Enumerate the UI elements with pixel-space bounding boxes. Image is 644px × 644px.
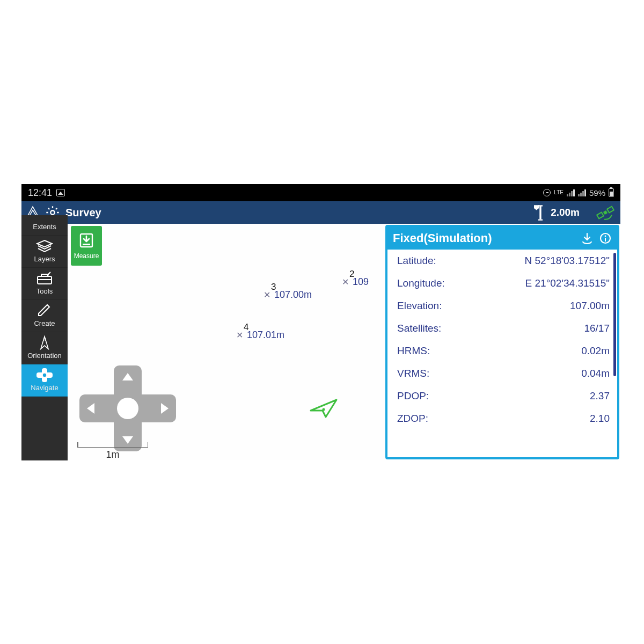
info-row-pdop: PDOP: 2.37	[387, 385, 617, 407]
info-row-latitude: Latitude: N 52°18'03.17512"	[387, 250, 617, 272]
sidebar-item-layers[interactable]: Layers	[21, 236, 68, 268]
info-key: ZDOP:	[397, 413, 428, 425]
pole-height-icon[interactable]	[531, 204, 545, 221]
status-time: 12:41	[28, 187, 52, 199]
info-value: 2.37	[590, 390, 610, 402]
info-scrollbar[interactable]	[613, 253, 616, 376]
info-value: 107.00m	[570, 300, 610, 312]
map-point-4[interactable]: 4 ✕ 107.01m	[244, 322, 248, 333]
svg-point-12	[43, 374, 46, 377]
info-row-vrms: VRMS: 0.04m	[387, 362, 617, 385]
map-point-2[interactable]: 2 ✕ 109	[349, 269, 354, 280]
svg-rect-6	[607, 207, 614, 213]
point-marker-icon: ✕	[264, 290, 270, 300]
satellite-icon[interactable]	[595, 203, 616, 222]
info-key: PDOP:	[397, 390, 429, 402]
info-key: Latitude:	[397, 255, 436, 267]
svg-rect-1	[539, 206, 541, 219]
measure-button[interactable]: Measure	[71, 226, 102, 266]
point-marker-icon: ✕	[342, 277, 349, 287]
scale-label: 1m	[77, 449, 148, 460]
map-point-3[interactable]: 3 ✕ 107.00m	[271, 282, 276, 292]
svg-point-0	[50, 210, 54, 214]
sidebar-item-orientation[interactable]: N Orientation	[21, 332, 68, 364]
pole-height-value: 2.00m	[551, 207, 580, 218]
signal-icon	[567, 189, 575, 196]
measure-label: Measure	[74, 252, 99, 260]
info-panel-body[interactable]: Latitude: N 52°18'03.17512" Longitude: E…	[387, 250, 617, 457]
point-marker-icon: ✕	[236, 330, 243, 340]
sidebar: Extents Layers Tools Create N Orientatio…	[21, 215, 68, 460]
point-elevation: 109	[353, 276, 369, 288]
picture-icon	[56, 189, 65, 196]
app-title-bar: Survey 2.00m	[21, 201, 620, 224]
sidebar-item-create[interactable]: Create	[21, 300, 68, 332]
pencil-icon	[35, 303, 54, 318]
info-value: 0.04m	[581, 368, 610, 379]
compass-icon: N	[35, 335, 54, 350]
info-key: Satellites:	[397, 323, 441, 334]
dpad-left-button[interactable]	[87, 403, 94, 414]
sidebar-item-tools[interactable]: Tools	[21, 268, 68, 300]
scale-bar: 1m	[77, 444, 148, 459]
dpad-up-button[interactable]	[122, 373, 133, 380]
navigate-icon	[35, 368, 54, 383]
info-value: 0.02m	[581, 345, 610, 357]
signal-icon-2	[578, 189, 586, 196]
sidebar-label-create: Create	[34, 319, 55, 327]
sidebar-label-extents: Extents	[33, 223, 56, 231]
info-row-hrms: HRMS: 0.02m	[387, 340, 617, 362]
dpad-center-button[interactable]	[117, 398, 138, 419]
alarm-icon	[543, 189, 551, 196]
sidebar-label-orientation: Orientation	[27, 352, 62, 360]
layers-icon	[35, 239, 54, 254]
info-row-longitude: Longitude: E 21°02'34.31515"	[387, 272, 617, 295]
status-battery-pct: 59%	[589, 188, 605, 197]
info-icon[interactable]	[599, 232, 612, 245]
navigate-dpad	[79, 365, 176, 451]
dpad-down-button[interactable]	[122, 436, 133, 444]
svg-rect-14	[83, 244, 90, 245]
page-title: Survey	[65, 207, 101, 219]
svg-rect-18	[605, 238, 606, 241]
download-icon[interactable]	[581, 232, 594, 245]
info-key: HRMS:	[397, 345, 430, 357]
measure-icon	[78, 232, 95, 249]
svg-point-15	[323, 408, 325, 411]
android-status-bar: 12:41 LTE 59%	[21, 184, 620, 201]
info-value: E 21°02'34.31515"	[525, 277, 610, 289]
info-key: Elevation:	[397, 300, 442, 312]
app-stage: 12:41 LTE 59% Survey 2.00m	[21, 184, 620, 460]
svg-rect-5	[597, 213, 604, 219]
dpad-right-button[interactable]	[161, 403, 169, 414]
info-key: Longitude:	[397, 277, 445, 289]
toolbox-icon	[35, 271, 54, 286]
solution-status: Fixed(Simulation)	[393, 231, 575, 245]
svg-point-17	[605, 236, 606, 237]
svg-rect-3	[538, 205, 543, 206]
svg-rect-4	[603, 210, 608, 215]
position-cursor-icon	[308, 394, 340, 421]
info-value: 2.10	[590, 413, 610, 425]
info-row-satellites: Satellites: 16/17	[387, 317, 617, 340]
info-row-zdop: ZDOP: 2.10	[387, 407, 617, 430]
svg-rect-2	[538, 219, 543, 221]
point-elevation: 107.00m	[274, 289, 312, 301]
battery-icon	[609, 188, 614, 197]
status-network: LTE	[554, 190, 564, 195]
info-key: VRMS:	[397, 368, 429, 379]
info-value: N 52°18'03.17512"	[525, 255, 610, 267]
info-row-elevation: Elevation: 107.00m	[387, 295, 617, 317]
sidebar-label-tools: Tools	[36, 287, 53, 295]
sidebar-item-extents[interactable]: Extents	[21, 215, 68, 236]
sidebar-label-navigate: Navigate	[31, 384, 58, 392]
sidebar-label-layers: Layers	[34, 255, 55, 263]
info-value: 16/17	[584, 323, 610, 334]
info-panel-header: Fixed(Simulation)	[387, 227, 617, 250]
position-info-panel: Fixed(Simulation) Latitude: N 52°18'03.1…	[385, 225, 619, 459]
sidebar-item-navigate[interactable]: Navigate	[21, 364, 68, 397]
point-elevation: 107.01m	[247, 330, 284, 341]
